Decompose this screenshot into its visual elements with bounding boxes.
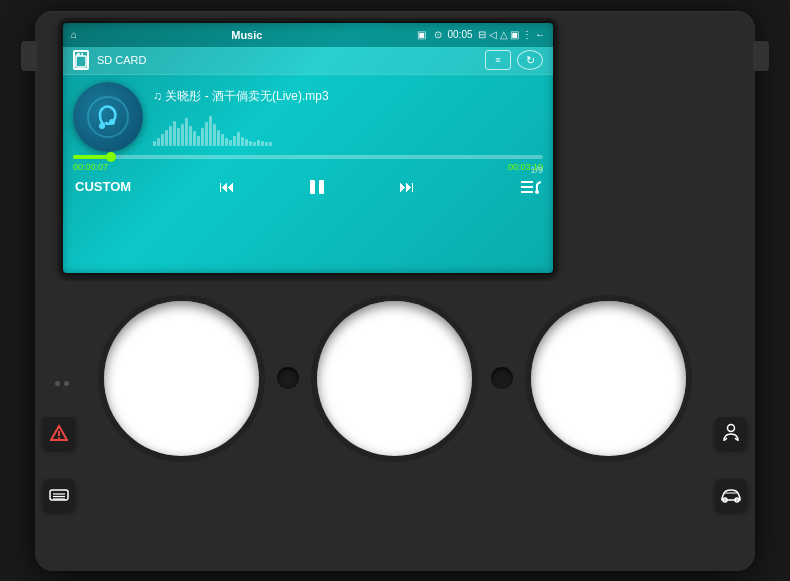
wave-bar <box>217 130 220 146</box>
person-detection-button[interactable] <box>715 417 747 449</box>
song-area: ♫ 关晓彤 - 酒干倘卖无(Live).mp3 <box>63 75 553 160</box>
prev-button[interactable]: ⏮ <box>183 178 273 196</box>
wave-bar <box>197 136 200 146</box>
svg-point-17 <box>58 437 60 439</box>
dot-indicators <box>55 381 69 386</box>
sd-svg <box>75 53 87 68</box>
wave-bar <box>177 128 180 146</box>
hazard-warning-button[interactable] <box>43 417 75 449</box>
time-row: 00:00:07 00:03:10 <box>73 162 543 172</box>
sd-card-bar: SD CARD ≡ ↻ <box>63 47 553 75</box>
gauge-holes <box>35 301 755 456</box>
trunk-button[interactable] <box>715 479 747 511</box>
svg-rect-7 <box>310 180 315 194</box>
wave-bar <box>165 130 168 146</box>
progress-bar[interactable] <box>73 155 543 159</box>
wave-bar <box>229 140 232 146</box>
wave-bar <box>213 124 216 146</box>
defroster-icon <box>49 487 69 503</box>
svg-rect-8 <box>319 180 324 194</box>
wave-bar <box>173 121 176 146</box>
refresh-button[interactable]: ↻ <box>517 50 543 70</box>
location-icon: ⊙ <box>434 29 442 40</box>
wave-bar <box>257 140 260 146</box>
playlist-button[interactable] <box>451 178 541 196</box>
wave-bar <box>249 141 252 146</box>
gauge-hole-left <box>104 301 259 456</box>
note-icon: ♫ <box>153 89 162 103</box>
wave-bar <box>169 126 172 146</box>
wave-bar <box>261 141 264 146</box>
wave-bar <box>161 134 164 146</box>
progress-dot <box>106 152 116 162</box>
gauge-hole-middle <box>317 301 472 456</box>
album-art <box>73 82 143 152</box>
wave-bar <box>245 139 248 146</box>
sd-right-icons: ≡ ↻ <box>485 50 543 70</box>
person-icon <box>722 423 740 443</box>
rear-defroster-button[interactable] <box>43 479 75 511</box>
dot-indicator <box>55 381 60 386</box>
wave-bar <box>253 142 256 146</box>
play-pause-button[interactable] <box>272 178 362 196</box>
next-button[interactable]: ⏭ <box>362 178 452 196</box>
home-icon[interactable]: ⌂ <box>71 29 77 40</box>
clock: 00:05 <box>448 29 473 40</box>
mount-tab-right <box>753 41 769 71</box>
wave-bar <box>201 128 204 146</box>
status-bar: ⌂ Music ▣ ⊙ 00:05 ⊟ ◁ △ ▣ ⋮ ← <box>63 23 553 47</box>
custom-label: CUSTOM <box>75 179 183 194</box>
wave-bar <box>181 124 184 146</box>
progress-fill <box>73 155 111 159</box>
gauge-hole-center <box>277 367 299 389</box>
track-counter: 1/9 <box>530 165 543 175</box>
progress-area: 00:00:07 00:03:10 <box>63 155 553 172</box>
svg-point-12 <box>535 190 539 194</box>
main-screen: ⌂ Music ▣ ⊙ 00:05 ⊟ ◁ △ ▣ ⋮ ← SD CARD <box>63 23 553 273</box>
wave-bar <box>189 126 192 146</box>
wave-bar <box>153 141 156 146</box>
left-buttons <box>43 417 75 511</box>
svg-point-4 <box>88 97 128 137</box>
screen-title: Music <box>81 29 413 41</box>
right-buttons <box>715 417 747 511</box>
wave-bar <box>221 134 224 146</box>
hazard-icon <box>50 424 68 442</box>
svg-point-6 <box>109 119 115 125</box>
wave-bar <box>193 131 196 146</box>
car-panel: ⌂ Music ▣ ⊙ 00:05 ⊟ ◁ △ ▣ ⋮ ← SD CARD <box>35 11 755 571</box>
sd-card-icon <box>73 50 89 70</box>
wave-bar <box>269 142 272 146</box>
wave-bar <box>241 137 244 146</box>
waveform <box>153 111 543 146</box>
gauge-hole-center2 <box>491 367 513 389</box>
svg-rect-0 <box>76 56 86 67</box>
wave-bar <box>157 138 160 146</box>
dot-indicator <box>64 381 69 386</box>
play-pause-icon <box>308 178 326 196</box>
mount-tab-left <box>21 41 37 71</box>
wave-bar <box>237 132 240 146</box>
svg-point-5 <box>99 123 105 129</box>
playlist-icon <box>519 178 541 196</box>
wave-bar <box>265 142 268 146</box>
song-info: ♫ 关晓彤 - 酒干倘卖无(Live).mp3 <box>153 88 543 146</box>
sd-card-label: SD CARD <box>97 54 147 66</box>
bottom-panel <box>35 281 755 571</box>
controls-row: CUSTOM ⏮ ⏭ <box>63 172 553 202</box>
gauge-hole-right <box>531 301 686 456</box>
wave-bar <box>233 136 236 146</box>
song-title-text: 关晓彤 - 酒干倘卖无(Live).mp3 <box>165 89 328 103</box>
list-view-button[interactable]: ≡ <box>485 50 511 70</box>
wave-bar <box>209 116 212 146</box>
song-title: ♫ 关晓彤 - 酒干倘卖无(Live).mp3 <box>153 88 543 105</box>
wave-bar <box>185 118 188 146</box>
wave-bar <box>205 122 208 146</box>
svg-point-22 <box>728 424 735 431</box>
svg-line-14 <box>537 182 541 184</box>
status-icons: ▣ ⊙ 00:05 ⊟ ◁ △ ▣ ⋮ ← <box>417 29 545 40</box>
time-start: 00:00:07 <box>73 162 108 172</box>
car-trunk-icon <box>720 487 742 503</box>
music-logo-svg <box>86 95 131 140</box>
wave-bar <box>225 138 228 146</box>
